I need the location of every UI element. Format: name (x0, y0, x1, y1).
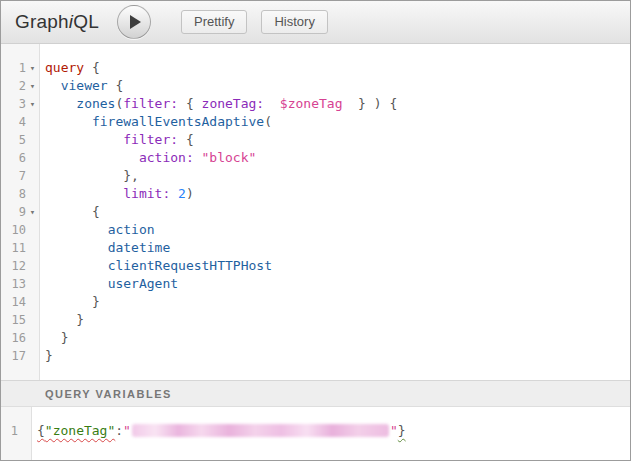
token-punct: : (115, 423, 123, 438)
graphiql-window: GraphiQL Prettify History 1▾2▾3▾456789▾1… (0, 0, 631, 461)
token-ws (45, 222, 108, 237)
code-line[interactable]: query { (45, 59, 397, 77)
token-attribute: zoneTag: (202, 96, 265, 111)
code-line[interactable]: action: "block" (45, 149, 397, 167)
token-property: zones (76, 96, 115, 111)
token-punct: } (398, 423, 406, 438)
app-title: GraphiQL (15, 11, 99, 33)
fold-toggle-icon[interactable]: ▾ (26, 203, 39, 221)
line-number: 16 (12, 329, 26, 347)
token-ws (45, 258, 108, 273)
token-punct: { (84, 60, 100, 75)
code-line[interactable]: } (45, 347, 397, 365)
token-ws (45, 150, 139, 165)
token-attribute: limit: (123, 186, 170, 201)
token-varname: "zoneTag" (45, 423, 115, 438)
code-line[interactable]: } (45, 311, 397, 329)
token-keyword: query (45, 60, 84, 75)
token-variable: $zoneTag (280, 96, 343, 111)
line-number: 1 (19, 59, 26, 77)
code-line[interactable]: }, (45, 167, 397, 185)
token-ws (45, 312, 76, 327)
token-ws (45, 204, 92, 219)
line-number: 9 (19, 203, 26, 221)
query-line-number-gutter: 1▾2▾3▾456789▾1011121314151617 (1, 44, 40, 380)
token-punct: } (61, 330, 69, 345)
token-property: viewer (61, 78, 108, 93)
code-line[interactable]: userAgent (45, 275, 397, 293)
query-variables-title: QUERY VARIABLES (45, 388, 172, 400)
history-button[interactable]: History (261, 10, 327, 34)
code-line[interactable]: clientRequestHTTPHost (45, 257, 397, 275)
line-number: 13 (12, 275, 26, 293)
token-string: " (123, 423, 131, 438)
line-number: 8 (19, 185, 26, 203)
token-string: "block" (202, 150, 257, 165)
token-punct: { (178, 132, 194, 147)
code-line[interactable]: } (45, 329, 397, 347)
fold-toggle-icon[interactable]: ▾ (26, 59, 39, 77)
token-punct: } ) { (342, 96, 397, 111)
token-punct: }, (123, 168, 139, 183)
code-line[interactable]: } (45, 293, 397, 311)
token-attribute: filter: (123, 132, 178, 147)
line-number: 6 (19, 149, 26, 167)
code-line[interactable]: viewer { (45, 77, 397, 95)
topbar: GraphiQL Prettify History (1, 1, 630, 44)
token-number: 2 (178, 186, 186, 201)
app-title-pre: Graph (15, 11, 69, 32)
line-number: 5 (19, 131, 26, 149)
fold-toggle-icon[interactable]: ▾ (26, 77, 39, 95)
line-number: 3 (19, 95, 26, 113)
token-property: userAgent (108, 276, 178, 291)
line-number: 7 (19, 167, 26, 185)
line-number: 14 (12, 293, 26, 311)
code-line[interactable]: {"zoneTag":""} (37, 422, 406, 440)
code-line[interactable]: action (45, 221, 397, 239)
token-property: datetime (108, 240, 171, 255)
token-attribute: action: (139, 150, 194, 165)
line-number: 1 (11, 422, 18, 440)
token-ws (45, 96, 76, 111)
token-punct: { (108, 78, 124, 93)
variables-code-area[interactable]: {"zoneTag":""} (32, 407, 406, 460)
app-title-post: QL (73, 11, 99, 32)
line-number: 4 (19, 113, 26, 131)
prettify-button[interactable]: Prettify (181, 10, 247, 34)
token-punct: { (37, 423, 45, 438)
token-ws (45, 78, 61, 93)
token-string: " (390, 423, 398, 438)
token-ws (45, 240, 108, 255)
line-number: 12 (12, 257, 26, 275)
token-punct: { (178, 96, 201, 111)
code-line[interactable]: { (45, 203, 397, 221)
query-code-area[interactable]: query { viewer { zones(filter: { zoneTag… (40, 44, 397, 380)
variables-line-number-gutter: 1 (1, 407, 32, 460)
token-ws (45, 330, 61, 345)
token-ws (264, 96, 280, 111)
play-icon (130, 15, 141, 29)
query-variables-title-bar[interactable]: QUERY VARIABLES (1, 380, 630, 407)
code-line[interactable]: datetime (45, 239, 397, 257)
variables-editor[interactable]: 1 {"zoneTag":""} (1, 407, 630, 460)
token-property: action (108, 222, 155, 237)
code-line[interactable]: firewallEventsAdaptive( (45, 113, 397, 131)
line-number: 15 (12, 311, 26, 329)
token-punct: } (92, 294, 100, 309)
token-ws (45, 168, 123, 183)
query-editor[interactable]: 1▾2▾3▾456789▾1011121314151617 query { vi… (1, 44, 630, 380)
code-line[interactable]: limit: 2) (45, 185, 397, 203)
redacted-value (132, 424, 389, 437)
fold-toggle-icon[interactable]: ▾ (26, 95, 39, 113)
execute-query-button[interactable] (117, 5, 151, 39)
token-property: clientRequestHTTPHost (108, 258, 272, 273)
line-number: 17 (12, 347, 26, 365)
line-number: 11 (12, 239, 26, 257)
code-line[interactable]: zones(filter: { zoneTag: $zoneTag } ) { (45, 95, 397, 113)
code-line[interactable]: filter: { (45, 131, 397, 149)
line-number: 10 (12, 221, 26, 239)
token-punct: ( (264, 114, 272, 129)
token-ws (45, 294, 92, 309)
token-property: firewallEventsAdaptive (92, 114, 264, 129)
token-ws (45, 114, 92, 129)
